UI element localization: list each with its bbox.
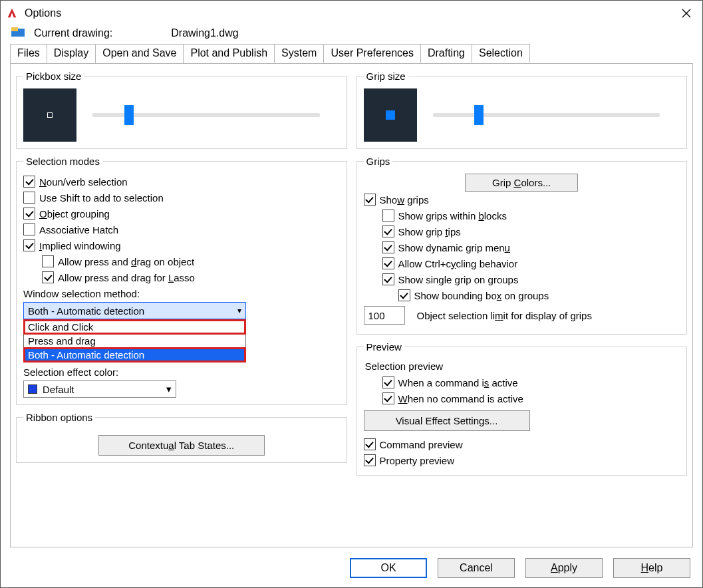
lbl-grip-tips: Show grip tips [398, 226, 461, 237]
grips-group: Grips Grip Colors... Show grips Show gri… [356, 156, 688, 335]
lbl-noun-verb: Noun/verb selection [39, 176, 128, 188]
opt-both-auto[interactable]: Both - Automatic detection [24, 348, 245, 362]
chk-single-grip-groups[interactable] [382, 273, 394, 285]
pickbox-preview [23, 88, 76, 142]
tab-files[interactable]: Files [10, 44, 47, 63]
lbl-shift-add: Use Shift to add to selection [39, 192, 164, 204]
tab-panel-selection: Pickbox size Selection modes Noun/verb s… [10, 63, 693, 547]
ok-button[interactable]: OK [350, 558, 427, 578]
chk-when-no-cmd-active[interactable] [382, 392, 394, 404]
chk-shift-add[interactable] [23, 192, 35, 204]
lbl-object-grouping: Object grouping [39, 208, 110, 220]
pickbox-slider[interactable] [92, 102, 340, 128]
right-column: Grip size Grips Grip Colors... [356, 71, 688, 541]
window-selection-method-value: Both - Automatic detection [28, 305, 144, 317]
lbl-press-drag-lasso: Allow press and drag for Lasso [58, 272, 195, 283]
close-button[interactable] [676, 3, 697, 24]
tab-system[interactable]: System [274, 44, 324, 63]
opt-click-and-click[interactable]: Click and Click [24, 320, 245, 334]
chk-bbox-groups[interactable] [398, 289, 410, 301]
window-selection-method-label: Window selection method: [23, 285, 340, 302]
help-button[interactable]: Help [613, 558, 690, 578]
tab-user-preferences[interactable]: User Preferences [323, 44, 421, 63]
selection-preview-heading: Selection preview [364, 359, 680, 374]
titlebar: Options [1, 1, 702, 26]
grip-size-slider[interactable] [433, 102, 680, 128]
chk-ctrl-cycling[interactable] [382, 257, 394, 269]
lbl-when-no-cmd-active: When no command is active [398, 393, 523, 404]
chevron-down-icon: ▾ [166, 383, 172, 395]
tab-open-and-save[interactable]: Open and Save [95, 44, 184, 63]
chk-assoc-hatch[interactable] [23, 223, 35, 235]
grip-preview [364, 88, 417, 142]
cancel-button[interactable]: Cancel [438, 558, 515, 578]
tab-drafting[interactable]: Drafting [420, 44, 472, 63]
selection-modes-legend: Selection modes [23, 156, 102, 167]
chk-grips-in-blocks[interactable] [382, 210, 394, 221]
lbl-bbox-groups: Show bounding box on groups [414, 290, 549, 301]
chk-grip-tips[interactable] [382, 225, 394, 237]
dialog-footer: OK Cancel Apply Help [1, 551, 702, 587]
chk-object-grouping[interactable] [23, 208, 35, 220]
lbl-grips-in-blocks: Show grips within blocks [398, 210, 507, 221]
current-drawing-row: Current drawing: Drawing1.dwg [1, 26, 702, 43]
preview-group: Preview Selection preview When a command… [356, 341, 688, 476]
lbl-press-drag-object: Allow press and drag on object [58, 256, 194, 267]
selection-effect-color-combo[interactable]: Default ▾ [23, 380, 176, 398]
grip-limit-input[interactable] [364, 306, 405, 325]
preview-legend: Preview [364, 341, 404, 353]
chk-implied-windowing[interactable] [23, 239, 35, 251]
lbl-single-grip-groups: Show single grip on groups [398, 274, 519, 285]
chk-show-grips[interactable] [364, 194, 376, 206]
chevron-down-icon: ▾ [237, 306, 241, 315]
ribbon-options-group: Ribbon options Contextual Tab States... [16, 412, 347, 463]
contextual-tab-states-button[interactable]: Contextual Tab States... [98, 435, 265, 456]
grips-legend: Grips [364, 156, 393, 167]
pickbox-size-legend: Pickbox size [23, 71, 84, 82]
selection-effect-color-label: Selection effect color: [23, 364, 340, 380]
chk-press-drag-lasso[interactable] [42, 271, 54, 283]
tab-selection[interactable]: Selection [472, 44, 530, 63]
lbl-implied-windowing: Implied windowing [39, 240, 121, 251]
grip-limit-label: Object selection limit for display of gr… [417, 310, 592, 321]
grip-size-group: Grip size [356, 71, 688, 149]
chk-noun-verb[interactable] [23, 176, 35, 188]
grip-colors-button[interactable]: Grip Colors... [465, 174, 578, 192]
pickbox-size-group: Pickbox size [16, 71, 347, 149]
left-column: Pickbox size Selection modes Noun/verb s… [16, 71, 347, 541]
current-drawing-filename: Drawing1.dwg [171, 27, 238, 39]
chk-dyn-grip-menu[interactable] [382, 241, 394, 253]
grip-size-legend: Grip size [364, 71, 408, 82]
current-drawing-label: Current drawing: [34, 27, 112, 39]
chk-when-cmd-active[interactable] [382, 376, 394, 388]
drawing-icon [11, 27, 25, 39]
lbl-assoc-hatch: Associative Hatch [39, 224, 118, 235]
window-selection-method-combo[interactable]: Both - Automatic detection ▾ [23, 302, 246, 319]
chk-command-preview[interactable] [364, 438, 376, 450]
opt-press-and-drag[interactable]: Press and drag [24, 334, 245, 348]
tab-plot-and-publish[interactable]: Plot and Publish [183, 44, 275, 63]
chk-property-preview[interactable] [364, 454, 376, 466]
lbl-show-grips: Show grips [380, 194, 429, 206]
app-icon [6, 7, 19, 20]
lbl-dyn-grip-menu: Show dynamic grip menu [398, 242, 510, 253]
tab-display[interactable]: Display [47, 44, 96, 63]
tab-strip: Files Display Open and Save Plot and Pub… [10, 43, 693, 63]
visual-effect-settings-button[interactable]: Visual Effect Settings... [364, 410, 530, 431]
selection-effect-color-value: Default [43, 384, 74, 395]
options-dialog: Options Current drawing: Drawing1.dwg Fi… [0, 0, 703, 588]
lbl-ctrl-cycling: Allow Ctrl+cycling behavior [398, 258, 518, 269]
ribbon-options-legend: Ribbon options [23, 412, 95, 423]
apply-button[interactable]: Apply [525, 558, 603, 578]
color-swatch-icon [28, 384, 37, 394]
window-selection-method-dropdown: Click and Click Press and drag Both - Au… [23, 319, 246, 363]
window-title: Options [25, 7, 61, 19]
lbl-property-preview: Property preview [380, 455, 455, 466]
lbl-when-cmd-active: When a command is active [398, 377, 518, 388]
chk-press-drag-object[interactable] [42, 255, 54, 267]
selection-modes-group: Selection modes Noun/verb selection Use … [16, 156, 347, 405]
lbl-command-preview: Command preview [380, 439, 463, 450]
svg-rect-1 [11, 27, 18, 31]
close-icon [682, 9, 691, 18]
